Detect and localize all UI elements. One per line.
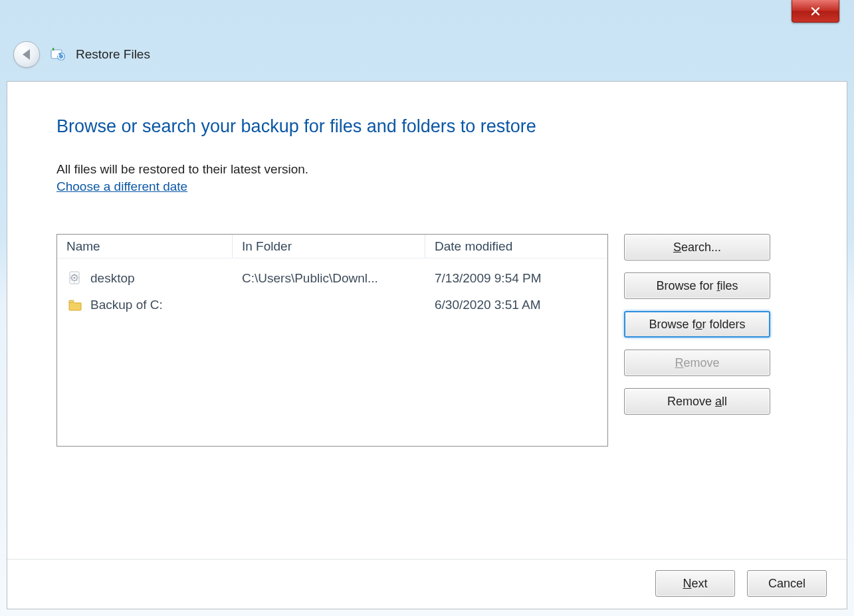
close-icon (810, 6, 821, 17)
remove-all-button[interactable]: Remove all (624, 388, 770, 415)
search-button[interactable]: Search... (624, 234, 770, 260)
list-item[interactable]: desktop C:\Users\Public\Downl... 7/13/20… (57, 265, 607, 292)
config-file-icon (66, 270, 84, 287)
action-buttons: Search... Browse for files Browse for fo… (624, 234, 770, 447)
wizard-header: Restore Files (13, 41, 150, 68)
wizard-panel: Browse or search your backup for files a… (7, 81, 847, 609)
file-list-header: Name In Folder Date modified (57, 235, 607, 258)
page-heading: Browse or search your backup for files a… (56, 116, 807, 137)
wizard-window: Restore Files Browse or search your back… (0, 0, 854, 616)
file-list[interactable]: Name In Folder Date modified desktop (56, 234, 608, 447)
wizard-title: Restore Files (76, 47, 150, 62)
page-subheading: All files will be restored to their late… (56, 162, 807, 177)
back-button[interactable] (13, 41, 40, 68)
cell-folder-text: C:\Users\Public\Downl... (233, 271, 425, 286)
svg-point-5 (73, 276, 75, 278)
wizard-footer: Next Cancel (655, 570, 827, 597)
folder-icon (66, 296, 84, 314)
remove-button: Remove (624, 350, 770, 376)
list-item[interactable]: Backup of C: 6/30/2020 3:51 AM (57, 292, 607, 318)
choose-date-link[interactable]: Choose a different date (56, 179, 187, 194)
svg-rect-6 (69, 300, 74, 302)
cell-name-text: Backup of C: (90, 298, 163, 312)
browse-folders-button[interactable]: Browse for folders (624, 311, 770, 338)
cell-name-text: desktop (90, 271, 135, 286)
column-header-date[interactable]: Date modified (425, 235, 607, 258)
svg-rect-2 (53, 48, 54, 51)
browse-files-button[interactable]: Browse for files (624, 272, 770, 299)
cancel-button[interactable]: Cancel (747, 570, 827, 597)
column-header-name[interactable]: Name (57, 235, 233, 258)
next-button[interactable]: Next (655, 570, 735, 597)
cell-date-text: 6/30/2020 3:51 AM (425, 298, 607, 312)
back-arrow-icon (23, 49, 30, 60)
column-header-folder[interactable]: In Folder (233, 235, 425, 258)
restore-files-icon (49, 46, 66, 63)
footer-separator (7, 559, 847, 560)
cell-date-text: 7/13/2009 9:54 PM (425, 271, 607, 286)
close-button[interactable] (792, 0, 839, 23)
